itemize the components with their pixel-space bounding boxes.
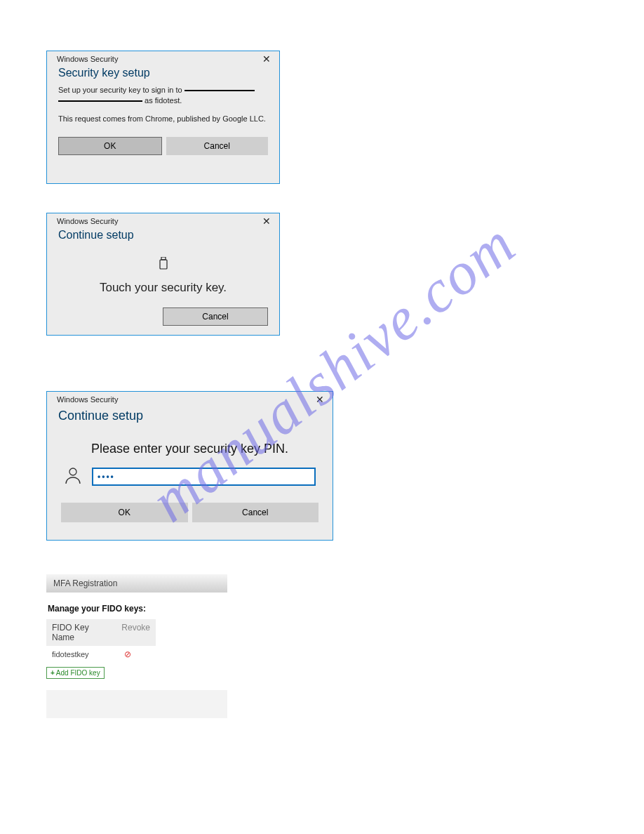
dialog3-message: Please enter your security key PIN. [47,442,333,456]
dialog3-heading: Continue setup [47,404,333,429]
add-fido-key-button[interactable]: + Add FIDO key [46,667,105,679]
column-revoke: Revoke [121,623,150,642]
pin-entry-row [47,466,333,487]
dialog3-titlebar: Windows Security ✕ [47,392,333,404]
dialog1-button-row: OK Cancel [47,137,279,165]
dialog3-titlebar-text: Windows Security [57,395,118,404]
dialog3-button-row: OK Cancel [47,503,333,534]
mfa-registration-panel: MFA Registration Manage your FIDO keys: … [46,574,227,718]
svg-rect-1 [160,260,167,269]
cancel-button[interactable]: Cancel [166,137,269,155]
dialog2-message: Touch your security key. [47,281,279,295]
svg-point-2 [69,468,76,475]
mfa-header: MFA Registration [46,574,227,593]
dialog1-titlebar-text: Windows Security [57,55,118,63]
dialog1-line-tail: as fidotest. [142,96,182,105]
add-fido-key-label: Add FIDO key [56,669,100,677]
dialog-continue-setup-pin: Windows Security ✕ Continue setup Please… [46,391,333,541]
close-icon[interactable]: ✕ [313,395,327,404]
dialog1-body: Set up your security key to sign in to a… [47,85,279,124]
dialog2-titlebar: Windows Security ✕ [47,213,279,226]
usb-key-icon [47,257,279,272]
dialog1-line-pre: Set up your security key to sign in to [58,86,185,94]
dialog1-heading: Security key setup [47,64,279,85]
table-row: fidotestkey ⊘ [46,646,227,663]
dialog1-titlebar: Windows Security ✕ [47,51,279,64]
revoke-icon[interactable]: ⊘ [124,649,131,659]
fido-key-name-cell: fidotestkey [52,650,89,658]
dialog2-heading: Continue setup [47,226,279,247]
close-icon[interactable]: ✕ [260,54,274,64]
column-fido-key-name: FIDO Key Name [52,623,105,642]
mfa-subtitle: Manage your FIDO keys: [46,593,227,619]
mfa-bottom-spacer [46,690,227,718]
ok-button[interactable]: OK [61,503,188,522]
cancel-button[interactable]: Cancel [192,503,319,522]
redacted-text [58,100,142,102]
ok-button[interactable]: OK [58,137,162,155]
svg-rect-0 [161,257,166,260]
dialog-security-key-setup: Windows Security ✕ Security key setup Se… [46,51,280,184]
cancel-button[interactable]: Cancel [163,307,268,326]
dialog1-subline: This request comes from Chrome, publishe… [58,114,268,124]
dialog2-button-row: Cancel [47,307,279,336]
close-icon[interactable]: ✕ [260,216,274,226]
plus-icon: + [51,669,55,677]
person-icon [64,466,82,487]
redacted-text [185,90,255,91]
mfa-table-header: FIDO Key Name Revoke [46,619,156,646]
pin-input[interactable] [92,468,316,486]
dialog-continue-setup-touch: Windows Security ✕ Continue setup Touch … [46,213,280,336]
dialog2-titlebar-text: Windows Security [57,217,118,225]
